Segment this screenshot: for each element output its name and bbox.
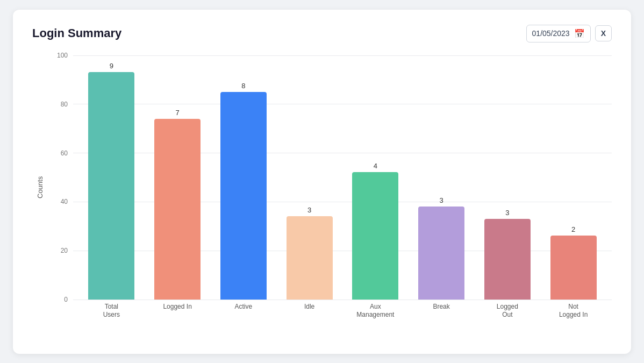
date-input-wrapper[interactable]: 01/05/2023 📅 [526, 25, 591, 42]
bar-aux-management[interactable] [352, 172, 398, 299]
bar-group-active: 8 [211, 55, 277, 300]
bar-group-not-logged-in: 2 [540, 55, 606, 300]
bar-value-break: 3 [440, 196, 443, 204]
bars-container: 97834332 [73, 55, 612, 300]
y-tick-label: 100 [51, 52, 72, 59]
bar-value-aux-management: 4 [374, 162, 377, 170]
bar-active[interactable] [220, 92, 267, 300]
calendar-icon[interactable]: 📅 [574, 29, 585, 39]
page-title: Login Summary [32, 26, 121, 40]
bar-value-idle: 3 [307, 206, 311, 214]
bar-value-active: 8 [241, 82, 245, 90]
header-controls: 01/05/2023 📅 X [526, 25, 612, 42]
chart-area: Counts 100806040200 97834332 TotalUsersL… [32, 55, 612, 319]
date-display: 01/05/2023 [532, 29, 570, 38]
x-label-active: Active [211, 300, 277, 319]
x-label-aux-management: AuxManagement [342, 300, 409, 319]
chart-inner: 100806040200 97834332 TotalUsersLogged I… [52, 55, 612, 319]
x-label-idle: Idle [276, 300, 342, 319]
bar-group-aux-management: 4 [342, 55, 409, 300]
bar-value-logged-out: 3 [505, 209, 509, 217]
bar-idle[interactable] [287, 216, 333, 299]
x-label-total-users: TotalUsers [78, 300, 145, 319]
bar-group-total-users: 9 [78, 55, 145, 300]
bar-break[interactable] [418, 207, 464, 300]
x-labels: TotalUsersLogged InActiveIdleAuxManageme… [73, 300, 612, 319]
y-tick-label: 40 [51, 198, 72, 205]
bar-group-idle: 3 [276, 55, 342, 300]
bar-not-logged-in[interactable] [550, 236, 597, 299]
y-axis-label: Counts [32, 55, 47, 319]
export-button[interactable]: X [595, 25, 612, 41]
y-tick-label: 20 [51, 247, 72, 254]
bar-group-logged-out: 3 [475, 55, 541, 300]
x-label-logged-out: LoggedOut [475, 300, 541, 319]
bar-group-break: 3 [409, 55, 475, 300]
bar-value-not-logged-in: 2 [571, 225, 575, 233]
bar-value-total-users: 9 [110, 62, 113, 70]
bar-value-logged-in: 7 [176, 109, 180, 117]
bar-logged-in[interactable] [154, 119, 201, 300]
header: Login Summary 01/05/2023 📅 X [32, 25, 612, 42]
bar-total-users[interactable] [88, 72, 134, 299]
x-label-not-logged-in: NotLogged In [540, 300, 606, 319]
x-label-break: Break [409, 300, 475, 319]
bar-group-logged-in: 7 [145, 55, 211, 300]
login-summary-card: Login Summary 01/05/2023 📅 X Counts 1008… [13, 10, 631, 354]
bar-logged-out[interactable] [484, 219, 531, 300]
y-tick-label: 60 [51, 150, 72, 157]
x-label-logged-in: Logged In [145, 300, 211, 319]
y-tick-label: 0 [51, 296, 72, 303]
y-tick-label: 80 [51, 101, 72, 108]
